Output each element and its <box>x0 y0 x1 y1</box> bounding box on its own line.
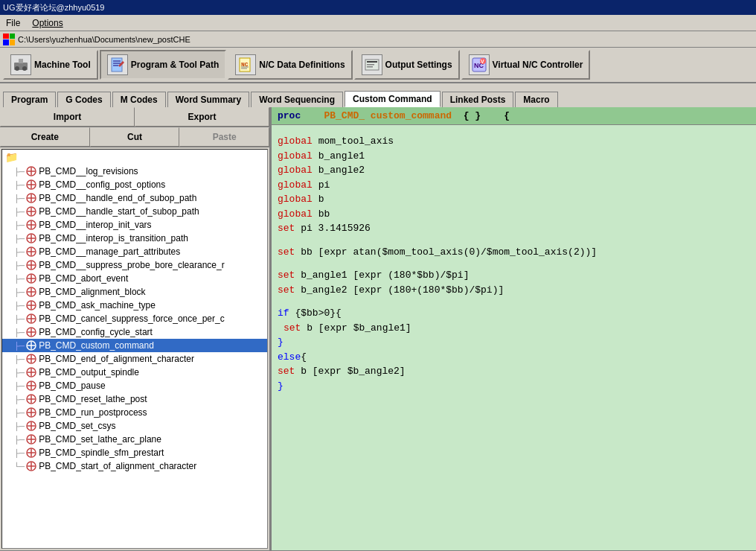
tree-area[interactable]: 📁 ├─ PB_CMD__log_revisions ├─ PB_CMD__co… <box>1 149 268 549</box>
svg-point-3 <box>22 66 27 71</box>
code-line: set pi 3.1415926 <box>278 221 750 236</box>
list-item[interactable]: ├─ PB_CMD__config_post_options <box>2 178 267 191</box>
output-settings-button[interactable]: Output Settings <box>354 50 460 80</box>
branch-icon: ├─ <box>14 449 25 457</box>
menu-file[interactable]: File <box>3 16 26 30</box>
branch-icon: ├─ <box>14 328 25 337</box>
branch-icon: ├─ <box>14 275 25 283</box>
virtual-nc-button[interactable]: NC V Virtual N/C Controller <box>461 50 591 80</box>
list-item[interactable]: ├─ PB_CMD__log_revisions <box>2 165 267 178</box>
tab-program[interactable]: Program <box>3 92 56 107</box>
branch-icon: ├─ <box>14 288 25 296</box>
program-tool-path-label: Program & Tool Path <box>131 60 219 70</box>
tab-macro[interactable]: Macro <box>515 92 557 107</box>
list-item[interactable]: ├─ PB_CMD_abort_event <box>2 272 267 285</box>
branch-icon: ├─ <box>14 302 25 310</box>
import-button[interactable]: Import <box>0 107 135 127</box>
branch-icon: └─ <box>14 462 25 471</box>
list-item[interactable]: ├─ PB_CMD_ask_machine_type <box>2 299 267 312</box>
svg-text:V: V <box>481 59 484 64</box>
branch-icon: ├─ <box>14 382 25 390</box>
list-item[interactable]: ├─ PB_CMD_run_postprocess <box>2 406 267 419</box>
svg-point-2 <box>15 66 19 71</box>
tree-root[interactable]: 📁 <box>2 150 267 165</box>
code-area[interactable]: global mom_tool_axis global b_angle1 glo… <box>272 125 756 550</box>
cmd-icon <box>26 220 36 230</box>
toolbar: Machine Tool Program & Tool Path NC N/C … <box>0 48 756 83</box>
code-line: global b_angle1 <box>278 149 750 164</box>
cmd-icon <box>26 273 36 284</box>
tab-word-sequencing[interactable]: Word Sequencing <box>251 92 343 107</box>
list-item[interactable]: └─ PB_CMD_start_of_alignment_character <box>2 459 267 473</box>
windows-logo-icon <box>3 34 15 45</box>
list-item[interactable]: ├─ PB_CMD_spindle_sfm_prestart <box>2 446 267 459</box>
left-toolbar2: Create Cut Paste <box>0 127 269 147</box>
tabs-row: Program G Codes M Codes Word Summary Wor… <box>0 83 756 107</box>
cmd-icon <box>26 300 36 310</box>
cmd-icon <box>26 461 36 471</box>
cmd-icon <box>26 380 36 391</box>
paste-button[interactable]: Paste <box>179 127 269 147</box>
list-item[interactable]: ├─ PB_CMD_cancel_suppress_force_once_per… <box>2 312 267 325</box>
list-item[interactable]: ├─ PB_CMD_set_csys <box>2 419 267 433</box>
folder-icon: 📁 <box>5 151 18 163</box>
list-item[interactable]: ├─ PB_CMD__interop_is_transition_path <box>2 232 267 245</box>
machine-tool-button[interactable]: Machine Tool <box>3 50 98 80</box>
list-item[interactable]: ├─ PB_CMD__interop_init_vars <box>2 218 267 232</box>
program-tool-path-button[interactable]: Program & Tool Path <box>100 50 226 80</box>
list-item[interactable]: ├─ PB_CMD_alignment_block <box>2 285 267 299</box>
menu-bar: File Options <box>0 15 756 31</box>
tab-mcodes[interactable]: M Codes <box>112 92 166 107</box>
list-item[interactable]: ├─ PB_CMD_config_cycle_start <box>2 325 267 339</box>
cmd-icon <box>26 260 36 270</box>
left-toolbar: Import Export <box>0 107 269 127</box>
create-button[interactable]: Create <box>0 127 90 147</box>
code-line: global pi <box>278 178 750 193</box>
svg-rect-15 <box>367 66 373 68</box>
code-line: set b [expr $b_angle1] <box>278 321 750 336</box>
machine-tool-icon <box>10 54 31 75</box>
proc-args: { } { <box>464 110 510 121</box>
code-line: } <box>278 335 750 350</box>
branch-icon: ├─ <box>14 248 25 256</box>
branch-icon: ├─ <box>14 194 25 203</box>
list-item[interactable]: ├─ PB_CMD_reset_lathe_post <box>2 392 267 406</box>
cmd-icon <box>26 233 36 243</box>
branch-icon: ├─ <box>14 369 25 377</box>
tab-gcodes[interactable]: G Codes <box>57 92 110 107</box>
tab-custom-command[interactable]: Custom Command <box>345 91 441 107</box>
program-tool-path-icon <box>107 54 128 75</box>
list-item[interactable]: ├─ PB_CMD_pause <box>2 379 267 392</box>
cmd-icon <box>26 407 36 418</box>
list-item[interactable]: ├─ PB_CMD__handle_end_of_subop_path <box>2 191 267 205</box>
export-button[interactable]: Export <box>135 107 269 127</box>
cmd-icon <box>26 313 36 324</box>
list-item[interactable]: ├─ PB_CMD_set_lathe_arc_plane <box>2 433 267 446</box>
tab-linked-posts[interactable]: Linked Posts <box>442 92 514 107</box>
nc-data-button[interactable]: NC N/C Data Definitions <box>228 50 352 80</box>
tab-word-summary[interactable]: Word Summary <box>167 92 249 107</box>
main-area: Import Export Create Cut Paste 📁 ├─ PB_C… <box>0 107 756 550</box>
svg-rect-1 <box>19 59 23 63</box>
branch-icon: ├─ <box>14 436 25 444</box>
right-panel: proc PB_CMD_ custom_command { } { global… <box>272 107 756 550</box>
svg-rect-14 <box>367 64 374 66</box>
list-item[interactable]: ├─ PB_CMD_end_of_alignment_character <box>2 352 267 366</box>
cmd-icon <box>26 421 36 431</box>
branch-icon: ├─ <box>14 342 25 350</box>
cmd-icon <box>26 394 36 404</box>
list-item[interactable]: ├─ PB_CMD__handle_start_of_subop_path <box>2 205 267 218</box>
cut-button[interactable]: Cut <box>90 127 180 147</box>
branch-icon: ├─ <box>14 395 25 404</box>
list-item[interactable]: ├─ PB_CMD__manage_part_attributes <box>2 245 267 258</box>
code-line: } <box>278 379 750 394</box>
list-item[interactable]: ├─ PB_CMD__suppress_probe_bore_clearance… <box>2 258 267 272</box>
branch-icon: ├─ <box>14 261 25 270</box>
branch-icon: ├─ <box>14 315 25 323</box>
nc-data-label: N/C Data Definitions <box>259 60 345 70</box>
list-item[interactable]: ├─ PB_CMD_output_spindle <box>2 366 267 379</box>
list-item-selected[interactable]: ├─ PB_CMD_custom_command <box>2 339 267 352</box>
menu-options[interactable]: Options <box>26 16 68 30</box>
machine-tool-label: Machine Tool <box>34 60 91 70</box>
cmd-icon <box>26 327 36 337</box>
